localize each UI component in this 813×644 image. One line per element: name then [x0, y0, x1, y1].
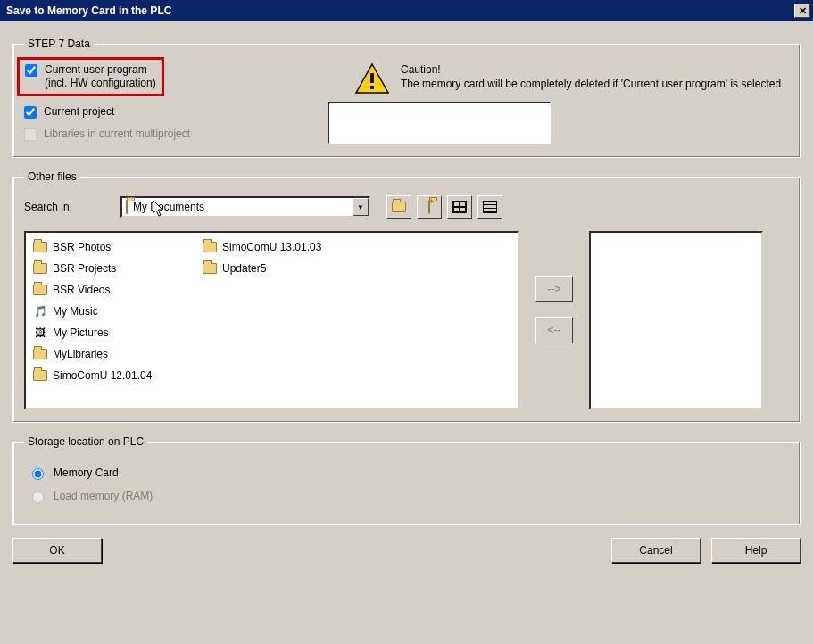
new-folder-icon: ✦ — [428, 201, 430, 213]
radio-memory-card-label: Memory Card — [54, 466, 119, 479]
list-item[interactable]: 🖼My Pictures — [33, 324, 176, 342]
list-item[interactable]: SimoComU 12.01.04 — [33, 367, 176, 384]
folder-icon — [33, 263, 47, 274]
close-button[interactable]: ✕ — [794, 4, 810, 18]
pictures-icon: 🖼 — [33, 326, 47, 339]
cancel-button[interactable]: Cancel — [611, 538, 701, 563]
list-item[interactable]: 🎵My Music — [33, 302, 176, 320]
caution-text: Caution! The memory card will be complet… — [401, 62, 781, 91]
remove-file-button[interactable]: <-- — [535, 317, 573, 343]
storage-legend: Storage location on PLC — [24, 435, 147, 448]
list-item[interactable]: SimoComU 13.01.03 — [203, 238, 345, 256]
list-item[interactable]: Updater5 — [203, 260, 345, 277]
add-file-button[interactable]: --> — [535, 276, 573, 302]
list-item-label: My Music — [53, 305, 98, 318]
file-list-right[interactable] — [589, 231, 763, 409]
folder-icon — [126, 201, 128, 213]
help-button-label: Help — [745, 544, 767, 557]
list-item[interactable]: BSR Photos — [33, 238, 176, 256]
list-item-label: SimoComU 12.01.04 — [53, 369, 152, 382]
checkbox-current-project[interactable]: Current project — [24, 105, 310, 119]
other-files-legend: Other files — [24, 170, 80, 183]
list-item-label: My Pictures — [53, 326, 109, 339]
titlebar: Save to Memory Card in the PLC ✕ — [0, 0, 813, 21]
checkbox-libraries-input — [24, 128, 37, 141]
list-item[interactable]: BSR Projects — [33, 260, 176, 277]
folder-icon — [33, 370, 47, 381]
folder-icon — [33, 242, 47, 252]
file-list-left[interactable]: BSR Photos BSR Projects BSR Videos 🎵My M… — [24, 231, 519, 409]
folder-icon — [203, 242, 217, 252]
chevron-down-icon[interactable]: ▼ — [353, 198, 369, 216]
checkbox-libraries: Libraries in current multiproject — [24, 128, 310, 141]
warning-icon — [354, 62, 390, 95]
caution-head: Caution! — [401, 62, 781, 77]
checkbox-current-project-label: Current project — [44, 105, 114, 119]
list-item[interactable]: BSR Videos — [33, 281, 176, 299]
ok-button-label: OK — [49, 544, 64, 557]
list-item-label: BSR Videos — [53, 284, 110, 296]
folder-up-icon — [392, 202, 406, 212]
search-in-label: Search in: — [24, 201, 104, 213]
up-one-level-button[interactable] — [386, 195, 411, 219]
grid-icon — [452, 201, 467, 213]
step7-legend: STEP 7 Data — [24, 37, 94, 50]
arrow-right-icon: --> — [548, 283, 561, 295]
other-files-group: Other files Search in: My Documents ▼ — [12, 170, 801, 423]
list-item-label: MyLibraries — [53, 348, 108, 360]
list-item-label: BSR Photos — [53, 241, 111, 253]
highlight-current-user-program: Current user program (incl. HW configura… — [17, 57, 164, 96]
radio-load-memory-label: Load memory (RAM) — [54, 490, 153, 502]
radio-load-memory-input — [32, 491, 44, 503]
checkbox-current-user-program-input[interactable] — [25, 64, 37, 77]
caution-body: The memory card will be completely delet… — [401, 77, 781, 91]
window-title: Save to Memory Card in the PLC — [3, 4, 794, 17]
storage-group: Storage location on PLC Memory Card Load… — [12, 435, 801, 525]
checkbox-libraries-label: Libraries in current multiproject — [44, 128, 190, 141]
list-item-label: Updater5 — [222, 262, 266, 275]
cancel-button-label: Cancel — [639, 544, 672, 557]
libraries-list[interactable] — [328, 102, 551, 144]
folder-icon — [203, 263, 217, 274]
arrow-left-icon: <-- — [548, 324, 561, 336]
checkbox-current-project-input[interactable] — [24, 106, 37, 119]
list-item-label: BSR Projects — [53, 262, 116, 275]
search-in-value: My Documents — [133, 201, 353, 213]
svg-rect-2 — [370, 86, 374, 89]
ok-button[interactable]: OK — [12, 538, 102, 563]
radio-load-memory: Load memory (RAM) — [28, 489, 789, 503]
svg-rect-1 — [370, 73, 374, 83]
help-button[interactable]: Help — [711, 538, 801, 563]
view-list-button[interactable] — [447, 195, 472, 219]
music-icon: 🎵 — [33, 305, 47, 318]
new-folder-button[interactable]: ✦ — [417, 195, 442, 219]
checkbox-current-user-program-label: Current user program (incl. HW configura… — [45, 63, 156, 90]
folder-icon — [33, 285, 47, 295]
list-item-label: SimoComU 13.01.03 — [222, 241, 321, 253]
file-toolbar: ✦ — [386, 195, 502, 219]
list-item[interactable]: MyLibraries — [33, 345, 176, 363]
radio-memory-card[interactable]: Memory Card — [28, 466, 789, 480]
view-details-button[interactable] — [477, 195, 502, 219]
folder-icon — [33, 349, 47, 359]
radio-memory-card-input[interactable] — [32, 468, 44, 480]
step7-group: STEP 7 Data Current user program (incl. … — [12, 37, 801, 158]
checkbox-current-user-program[interactable]: Current user program (incl. HW configura… — [25, 63, 156, 90]
search-in-combo[interactable]: My Documents ▼ — [120, 196, 370, 218]
list-icon — [483, 201, 497, 213]
